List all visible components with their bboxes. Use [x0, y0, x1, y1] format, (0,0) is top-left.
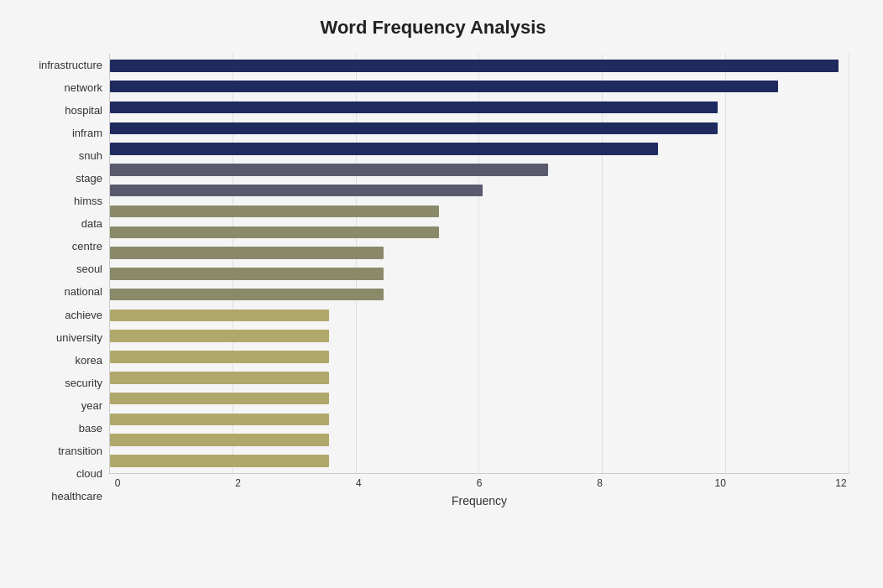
- y-axis-label: university: [56, 332, 102, 343]
- y-axis-label: year: [81, 400, 102, 411]
- bar: [110, 330, 329, 342]
- bar-row: [110, 305, 849, 326]
- bar: [110, 393, 329, 405]
- y-axis-label: korea: [75, 355, 102, 366]
- bar-row: [110, 97, 849, 118]
- bar-row: [110, 221, 849, 242]
- bar: [110, 414, 329, 426]
- y-axis-label: achieve: [65, 310, 102, 320]
- bar-row: [110, 117, 849, 138]
- bar: [110, 81, 778, 93]
- y-axis-label: snuh: [79, 150, 102, 161]
- y-axis-label: healthcare: [51, 491, 102, 502]
- bar: [110, 268, 384, 280]
- y-axis-label: infrastructure: [39, 60, 102, 70]
- y-axis-label: national: [64, 286, 102, 297]
- bar: [110, 60, 839, 72]
- bar-row: [110, 325, 849, 346]
- bar-row: [110, 429, 849, 450]
- y-axis-label: data: [81, 218, 102, 229]
- x-tick: 2: [230, 477, 247, 489]
- y-axis-label: seoul: [76, 263, 102, 274]
- bar: [110, 164, 548, 176]
- bar-row: [110, 55, 849, 76]
- bar: [110, 143, 658, 155]
- x-tick: 8: [592, 477, 609, 489]
- bar: [110, 206, 439, 218]
- bar-row: [110, 388, 849, 409]
- y-axis-label: cloud: [76, 468, 102, 479]
- x-tick: 6: [471, 477, 488, 489]
- bar-row: [110, 201, 849, 222]
- bar: [110, 455, 329, 467]
- bar-row: [110, 242, 849, 263]
- bar: [110, 185, 483, 197]
- bar: [110, 351, 329, 363]
- bar: [110, 434, 329, 446]
- x-axis-label: Frequency: [109, 494, 849, 507]
- x-axis: 024681012: [109, 473, 849, 489]
- y-axis-label: centre: [72, 241, 102, 252]
- bar-row: [110, 263, 849, 284]
- bar-row: [110, 76, 849, 97]
- x-tick: 12: [833, 477, 849, 489]
- y-axis-label: hospital: [65, 105, 102, 116]
- bar-row: [110, 409, 849, 430]
- bar: [110, 247, 384, 259]
- bar-row: [110, 346, 849, 367]
- x-tick: 4: [350, 477, 367, 489]
- chart-area: infrastructurenetworkhospitalinframsnuhs…: [17, 54, 849, 507]
- y-axis-label: network: [64, 82, 102, 93]
- y-axis-label: base: [79, 423, 102, 434]
- bar: [110, 372, 329, 384]
- bar: [110, 122, 718, 135]
- y-axis-label: security: [65, 377, 102, 388]
- bar-row: [110, 284, 849, 305]
- bar: [110, 310, 329, 322]
- bars-and-xaxis: 024681012 Frequency: [109, 54, 849, 507]
- y-axis-label: himss: [74, 195, 102, 206]
- x-tick: 10: [712, 477, 729, 489]
- bar: [110, 101, 718, 114]
- bar: [110, 289, 384, 301]
- y-axis-label: infram: [72, 127, 102, 138]
- chart-title: Word Frequency Analysis: [17, 17, 849, 39]
- bar-row: [110, 138, 849, 159]
- bars-area: [109, 54, 849, 473]
- chart-container: Word Frequency Analysis infrastructurene…: [0, 0, 883, 588]
- x-tick: 0: [109, 477, 126, 489]
- y-axis-label: stage: [76, 173, 102, 184]
- bar-row: [110, 450, 849, 471]
- bars-inner: [110, 54, 849, 473]
- bar-row: [110, 159, 849, 180]
- y-axis-label: transition: [58, 445, 102, 456]
- bar-row: [110, 367, 849, 388]
- y-axis-labels: infrastructurenetworkhospitalinframsnuhs…: [17, 54, 109, 507]
- bar-row: [110, 180, 849, 201]
- bar: [110, 226, 439, 239]
